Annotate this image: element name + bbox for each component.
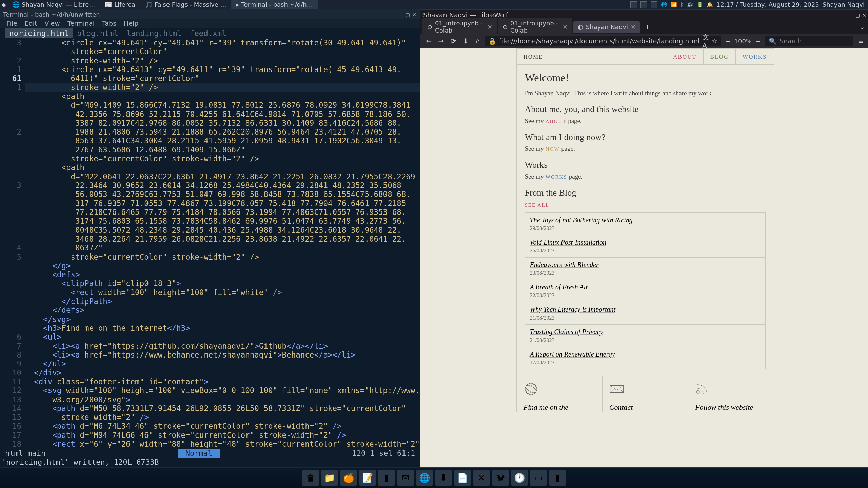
tab-list-button[interactable]: ⌄	[856, 21, 868, 32]
zoom-out-button[interactable]: −	[723, 36, 733, 46]
mail-icon	[609, 382, 624, 396]
buffer-tab[interactable]: landing.html	[122, 28, 186, 38]
back-button[interactable]: ←	[424, 36, 434, 46]
download-button[interactable]: ⬇	[460, 36, 471, 46]
taskbar-item[interactable]: ▸Terminal - bash ~/d/h…	[232, 0, 318, 9]
files-icon[interactable]: 📁	[321, 470, 338, 486]
terminal2-icon[interactable]: ▮	[549, 470, 566, 486]
clementine-icon[interactable]: 🍊	[340, 470, 357, 486]
maximize-icon[interactable]: ▢	[855, 13, 860, 17]
dock: 🗑 📁 🍊 📝 ▮ ✉ 🌐 ⬇ 📄 ✕ 🐿 🕐 ▭ ▮	[0, 468, 868, 488]
now-link[interactable]: NOW	[546, 146, 560, 152]
new-tab-button[interactable]: +	[641, 21, 654, 32]
zoom-level: 100%	[734, 38, 752, 45]
battery-icon[interactable]: 🔋	[697, 2, 703, 8]
post-date: 21/08/2023	[530, 315, 761, 321]
menu-terminal[interactable]: Terminal	[64, 19, 98, 28]
window-icon[interactable]: ▭	[530, 470, 547, 486]
volume-icon[interactable]: 🔊	[687, 2, 693, 8]
bookmark-icon[interactable]: ☆	[712, 37, 717, 45]
wifi-icon[interactable]: 📶	[671, 2, 677, 8]
minimize-icon[interactable]: —	[849, 13, 853, 17]
page-viewport[interactable]: HOME ABOUT BLOG WORKS Welcome! I'm Shaya…	[420, 48, 868, 467]
post-title: A Report on Renewable Energy	[530, 350, 761, 358]
workspace-switcher[interactable]	[651, 1, 657, 8]
footer-card-internet[interactable]: Find me on the	[516, 376, 603, 412]
browser-tab[interactable]: ⊙01_intro.ipynb - Colab✕	[422, 18, 497, 36]
search-box[interactable]: 🔍 Search	[765, 36, 853, 46]
menu-view[interactable]: View	[41, 19, 63, 28]
tab-close-icon[interactable]: ✕	[487, 23, 492, 30]
dbeaver-icon[interactable]: 🐿	[492, 470, 509, 486]
terminal-icon[interactable]: ▮	[378, 470, 395, 486]
nav-home[interactable]: HOME	[517, 48, 550, 65]
translate-icon[interactable]: 文A	[703, 33, 709, 49]
app-menu-icon[interactable]: ◆	[0, 1, 7, 8]
zoom-in-button[interactable]: +	[753, 36, 763, 46]
about-link[interactable]: ABOUT	[546, 119, 567, 124]
home-button[interactable]: ⌂	[473, 36, 483, 46]
browser-tab[interactable]: ◐Shayan Naqvi✕	[573, 21, 640, 33]
forward-button[interactable]: →	[436, 36, 446, 46]
maximize-icon[interactable]: ▢	[406, 12, 410, 17]
menu-help[interactable]: Help	[120, 19, 142, 28]
user-name[interactable]: Shayan Naqvi	[823, 1, 865, 8]
blog-item[interactable]: The Joys of not Bothering with Ricing29/…	[525, 212, 766, 235]
reload-button[interactable]: ⟳	[448, 36, 458, 46]
window-titlebar[interactable]: Terminal - bash ~/d/h/unwritten — ▢ ✕	[0, 10, 420, 19]
tab-close-icon[interactable]: ✕	[563, 23, 568, 30]
menu-tabs[interactable]: Tabs	[99, 19, 120, 28]
hamburger-menu[interactable]: ≡	[855, 36, 866, 46]
blog-item[interactable]: Trusting Claims of Privacy21/08/2023	[525, 324, 766, 347]
post-title: The Joys of not Bothering with Ricing	[530, 216, 761, 224]
code-area[interactable]: <circle cx="49.641" cy="49.641" r="39" t…	[25, 38, 420, 438]
minimize-icon[interactable]: —	[399, 12, 403, 17]
bluetooth-icon[interactable]: ᛒ	[680, 2, 684, 8]
nav-about[interactable]: ABOUT	[666, 48, 704, 65]
taskbar-item[interactable]: 🎵False Flags - Massive …	[140, 0, 232, 9]
tab-strip: ⊙01_intro.ipynb - Colab✕ ⊙01_intro.ipynb…	[420, 20, 868, 34]
notification-icon[interactable]: 🔔	[707, 2, 713, 8]
editor[interactable]: noricing.html blog.html landing.html fee…	[0, 28, 420, 448]
workspace-switcher[interactable]	[630, 1, 637, 8]
blog-item[interactable]: Why Tech Literacy is Important21/08/2023	[525, 302, 766, 325]
buffer-tab[interactable]: noricing.html	[5, 28, 73, 38]
nav-blog[interactable]: BLOG	[704, 48, 736, 65]
window-title: Terminal - bash ~/d/h/unwritten	[3, 11, 100, 18]
clock[interactable]: 12:17 / Tuesday, August 29, 2023	[716, 1, 819, 8]
command-line[interactable]: 'noricing.html' written, 120L 6733B	[0, 458, 420, 467]
url-bar[interactable]: 🔒 file:///home/shayanaqvi/documents/html…	[485, 36, 721, 46]
section-heading: About me, you, and this website	[525, 104, 766, 115]
globe-icon[interactable]: 🌐	[661, 2, 667, 8]
taskbar-item[interactable]: 📰Liferea	[100, 0, 140, 9]
clock-icon[interactable]: 🕐	[511, 470, 528, 486]
blog-item[interactable]: A Report on Renewable Energy17/08/2023	[525, 347, 766, 369]
mail-icon[interactable]: ✉	[397, 470, 414, 486]
works-link[interactable]: WORKS	[546, 174, 567, 180]
footer-card-contact[interactable]: Contact	[602, 376, 688, 412]
post-date: 17/08/2023	[530, 360, 761, 366]
office-icon[interactable]: 📄	[454, 470, 471, 486]
browser-icon[interactable]: 🌐	[416, 470, 433, 486]
browser-tab[interactable]: ⊙01_intro.ipynb - Colab✕	[498, 18, 572, 36]
see-all-link[interactable]: SEE ALL	[525, 202, 550, 208]
transmission-icon[interactable]: ⬇	[435, 470, 452, 486]
trash-icon[interactable]: 🗑	[302, 470, 319, 486]
helix-icon[interactable]: ✕	[473, 470, 490, 486]
menu-file[interactable]: File	[3, 19, 21, 28]
filetype-indicator: html main	[5, 449, 45, 458]
text-editor-icon[interactable]: 📝	[359, 470, 376, 486]
blog-item[interactable]: Void Linux Post-Installation26/08/2023	[525, 235, 766, 258]
blog-item[interactable]: Endeavours with Blender23/08/2023	[525, 257, 766, 280]
buffer-tab[interactable]: feed.xml	[186, 28, 231, 38]
nav-works[interactable]: WORKS	[736, 48, 774, 65]
buffer-tab[interactable]: blog.html	[73, 28, 122, 38]
menu-edit[interactable]: Edit	[21, 19, 41, 28]
close-icon[interactable]: ✕	[862, 13, 867, 17]
blog-item[interactable]: A Breath of Fresh Air22/08/2023	[525, 280, 766, 302]
tab-close-icon[interactable]: ✕	[631, 23, 636, 30]
workspace-switcher[interactable]	[640, 1, 647, 8]
close-icon[interactable]: ✕	[412, 12, 417, 17]
footer-card-follow[interactable]: Follow this website	[688, 376, 774, 412]
taskbar-item[interactable]: 🌐Shayan Naqvi — Libre…	[7, 0, 100, 9]
